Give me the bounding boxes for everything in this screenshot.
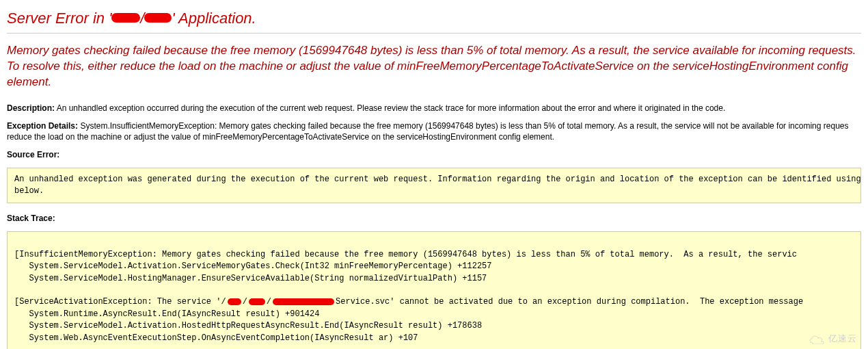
cloud-icon	[808, 333, 826, 344]
redacted-app-path-1	[111, 13, 140, 23]
source-error-label: Source Error:	[7, 150, 59, 159]
watermark-text: 亿速云	[828, 333, 857, 345]
stack-trace-box: [InsufficientMemoryException: Memory gat…	[7, 231, 861, 349]
stack-trace-section: Stack Trace:	[7, 213, 861, 224]
page-title: Server Error in '/' Application.	[7, 10, 861, 34]
exception-details-section: Exception Details: System.InsufficientMe…	[7, 120, 861, 142]
source-error-box: An unhandled exception was generated dur…	[7, 168, 861, 204]
redacted-path-a	[228, 298, 241, 305]
description-label: Description:	[7, 103, 55, 113]
main-error-message: Memory gates checking failed because the…	[7, 43, 861, 90]
source-error-section: Source Error:	[7, 149, 861, 160]
exception-details-label: Exception Details:	[7, 121, 78, 131]
title-prefix: Server Error in '	[7, 10, 111, 27]
description-section: Description: An unhandled exception occu…	[7, 103, 861, 114]
watermark: 亿速云	[808, 333, 857, 345]
redacted-app-path-2	[144, 13, 172, 23]
redacted-path-c	[273, 298, 334, 305]
title-suffix: ' Application.	[172, 10, 256, 27]
redacted-path-b	[249, 298, 265, 305]
description-text: An unhandled exception occurred during t…	[57, 103, 726, 113]
exception-details-text: System.InsufficientMemoryException: Memo…	[7, 121, 848, 142]
stack-trace-label: Stack Trace:	[7, 214, 55, 223]
